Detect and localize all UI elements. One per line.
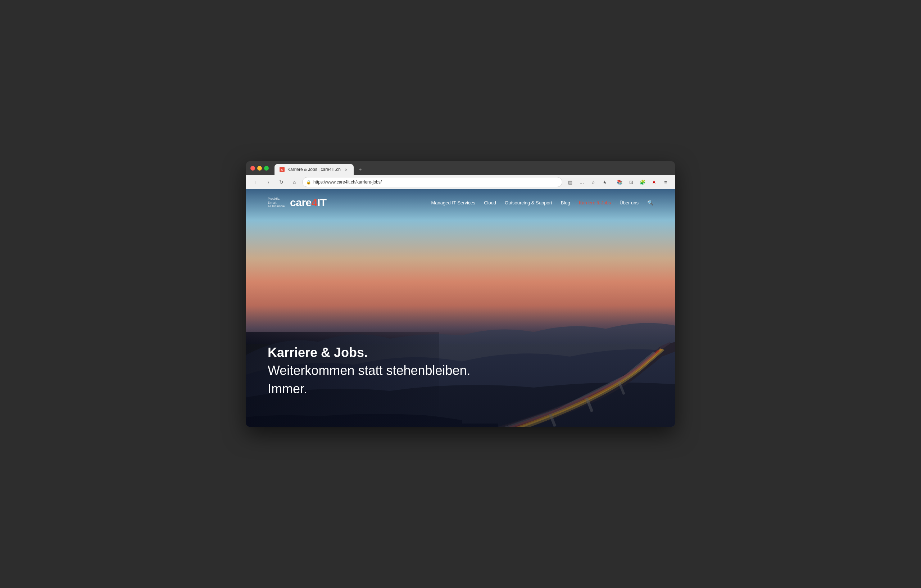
home-button[interactable]: ⌂ [289, 177, 299, 187]
hero-title: Karriere & Jobs. [268, 344, 470, 362]
more-icon: … [579, 179, 584, 185]
logo-tagline: Proaktiv. Smart. All Inclusive. [268, 197, 286, 208]
tab-favicon: C [280, 167, 285, 172]
favicon-text: C [281, 168, 283, 171]
screen-wrapper: C Karriere & Jobs | care4IT.ch ✕ + ‹ › ↻… [246, 161, 675, 427]
nav-cloud[interactable]: Cloud [484, 200, 496, 205]
tagline-line3: All Inclusive. [268, 204, 286, 208]
url-text: https://www.care4it.ch/karriere-jobs/ [313, 179, 382, 185]
star-icon: ★ [603, 179, 607, 185]
star-button[interactable]: ★ [600, 177, 610, 187]
divider [612, 179, 612, 186]
nav-blog[interactable]: Blog [561, 200, 570, 205]
browser-toolbar: ‹ › ↻ ⌂ 🔒 https://www.care4it.ch/karrier… [246, 175, 675, 189]
tagline-line1: Proaktiv. [268, 197, 286, 201]
address-bar[interactable]: 🔒 https://www.care4it.ch/karriere-jobs/ [302, 177, 562, 187]
logo-prefix: care [290, 197, 312, 209]
maximize-button[interactable] [264, 166, 269, 171]
nav-karriere[interactable]: Karriere & Jobs [579, 200, 611, 205]
minimize-button[interactable] [257, 166, 262, 171]
library-button[interactable]: 📚 [615, 177, 625, 187]
browser-titlebar: C Karriere & Jobs | care4IT.ch ✕ + [246, 161, 675, 175]
bookmark-icon: ☆ [591, 179, 596, 185]
nav-outsourcing[interactable]: Outsourcing & Support [505, 200, 552, 205]
security-icon: 🔒 [306, 180, 311, 185]
nav-uber-uns[interactable]: Über uns [620, 200, 639, 205]
pip-button[interactable]: ⊡ [626, 177, 636, 187]
hamburger-icon: ≡ [664, 179, 667, 185]
home-icon: ⌂ [293, 179, 296, 185]
nav-links: Managed IT Services Cloud Outsourcing & … [431, 200, 653, 205]
toolbar-right: ▤ … ☆ ★ 📚 ⊡ 🧩 A [565, 177, 670, 187]
extensions-icon: 🧩 [639, 179, 645, 185]
hero-subtitle-line1: Weiterkommen statt stehenbleiben. [268, 362, 470, 380]
forward-icon: › [268, 179, 270, 185]
tab-title: Karriere & Jobs | care4IT.ch [288, 167, 341, 172]
tab-bar: C Karriere & Jobs | care4IT.ch ✕ + [275, 161, 365, 175]
traffic-lights [251, 166, 269, 171]
acrobat-icon: A [653, 180, 656, 184]
tagline-line2: Smart. [268, 201, 286, 205]
forward-button[interactable]: › [264, 177, 273, 187]
navbar: Proaktiv. Smart. All Inclusive. care 4 I… [246, 189, 675, 216]
hero-text-section: Karriere & Jobs. Weiterkommen statt steh… [268, 344, 470, 398]
hero-subtitle-line2: Immer. [268, 380, 470, 398]
search-icon[interactable]: 🔍 [647, 200, 653, 205]
website-content: Proaktiv. Smart. All Inclusive. care 4 I… [246, 189, 675, 427]
extensions-button[interactable]: 🧩 [638, 177, 648, 187]
back-button[interactable]: ‹ [251, 177, 260, 187]
reader-view-button[interactable]: ▤ [565, 177, 575, 187]
hamburger-button[interactable]: ≡ [661, 177, 670, 187]
more-tools-button[interactable]: … [577, 177, 587, 187]
nav-managed-it[interactable]: Managed IT Services [431, 200, 476, 205]
refresh-button[interactable]: ↻ [276, 177, 286, 187]
acrobat-button[interactable]: A [649, 177, 659, 187]
close-button[interactable] [251, 166, 255, 171]
library-icon: 📚 [617, 179, 622, 185]
new-tab-button[interactable]: + [355, 165, 365, 175]
logo-section: Proaktiv. Smart. All Inclusive. care 4 I… [268, 197, 327, 209]
active-tab[interactable]: C Karriere & Jobs | care4IT.ch ✕ [275, 164, 354, 175]
logo-four: 4 [312, 197, 317, 209]
logo-text[interactable]: care 4 IT [290, 197, 327, 209]
bookmark-button[interactable]: ☆ [588, 177, 598, 187]
refresh-icon: ↻ [279, 179, 283, 185]
back-icon: ‹ [255, 179, 257, 185]
reader-icon: ▤ [568, 179, 573, 185]
tab-close-button[interactable]: ✕ [343, 167, 348, 172]
logo-suffix: IT [317, 197, 327, 209]
pip-icon: ⊡ [629, 179, 633, 185]
